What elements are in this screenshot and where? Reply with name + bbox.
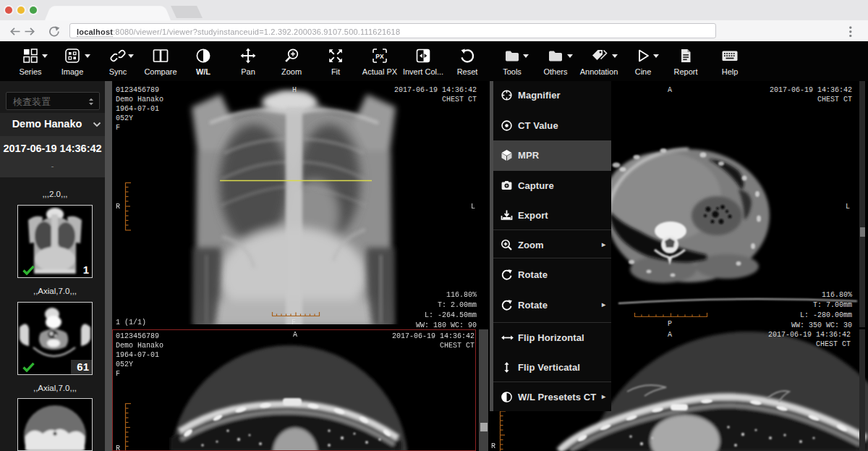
svg-text:PX: PX <box>375 53 384 60</box>
